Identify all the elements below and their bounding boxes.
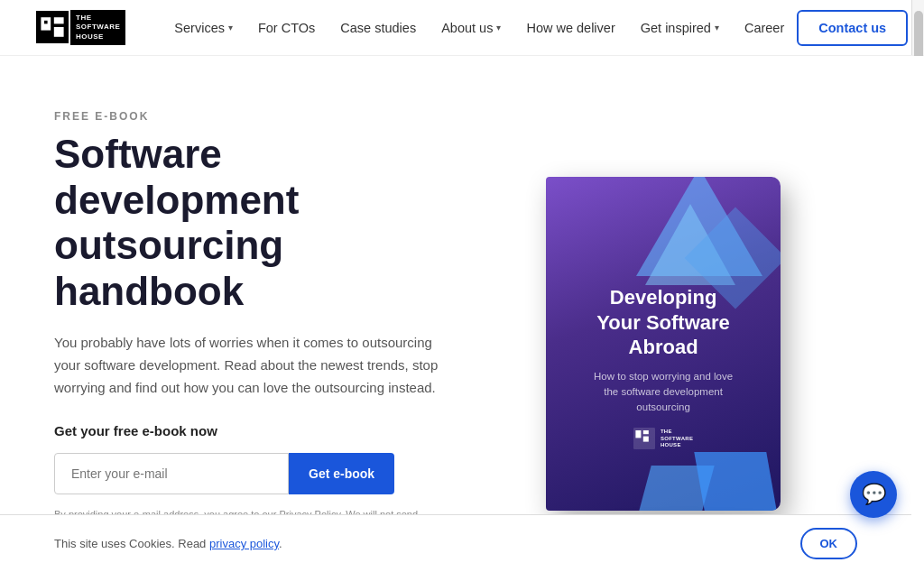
book-subtitle: How to stop worrying and lovethe softwar… (568, 369, 759, 416)
navbar: THESOFTWAREHOUSE Services ▾ For CTOs Cas… (0, 0, 924, 56)
svg-rect-8 (643, 437, 649, 442)
svg-rect-3 (54, 27, 64, 37)
email-form: Get e-book (54, 453, 457, 494)
logo-text: THESOFTWAREHOUSE (70, 10, 125, 45)
hero-content: FREE E-BOOK Software development outsour… (54, 110, 493, 572)
cookie-ok-button[interactable]: OK (800, 528, 858, 559)
chevron-down-icon: ▾ (496, 23, 501, 32)
nav-item-services[interactable]: Services ▾ (162, 21, 245, 35)
book-main-title: DevelopingYour SoftwareAbroad (568, 285, 759, 360)
nav-menu: Services ▾ For CTOs Case studies About u… (162, 21, 797, 35)
nav-item-for-ctos[interactable]: For CTOs (245, 21, 328, 35)
nav-item-get-inspired[interactable]: Get inspired ▾ (628, 21, 732, 35)
email-input[interactable] (54, 453, 289, 494)
book-cover: DevelopingYour SoftwareAbroad How to sto… (546, 177, 781, 511)
get-ebook-button[interactable]: Get e-book (289, 453, 394, 494)
privacy-policy-link[interactable]: privacy policy (209, 537, 279, 550)
book-logo: THESOFTWAREHOUSE (568, 428, 759, 449)
chat-button[interactable]: 💬 (850, 471, 897, 518)
svg-rect-4 (44, 21, 48, 24)
logo[interactable]: THESOFTWAREHOUSE (36, 10, 125, 45)
hero-title: Software development outsourcing handboo… (54, 132, 457, 314)
scrollbar[interactable] (911, 0, 924, 55)
book-container: DevelopingYour SoftwareAbroad How to sto… (493, 177, 852, 520)
cube-right (694, 452, 776, 511)
ebook-label: FREE E-BOOK (54, 110, 457, 123)
chat-icon: 💬 (862, 483, 886, 506)
nav-item-about-us[interactable]: About us ▾ (429, 21, 513, 35)
get-ebook-label: Get your free e-book now (54, 423, 457, 438)
svg-rect-6 (635, 430, 641, 438)
chevron-down-icon: ▾ (715, 23, 719, 32)
nav-item-career[interactable]: Career (732, 21, 797, 35)
nav-item-how-we-deliver[interactable]: How we deliver (513, 21, 627, 35)
svg-rect-7 (643, 430, 649, 434)
book-logo-icon (633, 428, 655, 449)
hero-description: You probably have lots of worries when i… (54, 332, 442, 399)
book-wrapper: DevelopingYour SoftwareAbroad How to sto… (546, 177, 799, 520)
book-title-area: DevelopingYour SoftwareAbroad How to sto… (568, 285, 759, 449)
chevron-down-icon: ▾ (228, 23, 233, 32)
cookie-text: This site uses Cookies. Read privacy pol… (54, 537, 282, 550)
contact-us-button[interactable]: Contact us (797, 10, 908, 46)
svg-rect-2 (54, 18, 64, 24)
nav-item-case-studies[interactable]: Case studies (328, 21, 429, 35)
book-logo-text: THESOFTWAREHOUSE (661, 429, 693, 449)
hero-section: FREE E-BOOK Software development outsour… (0, 56, 924, 572)
cookie-banner: This site uses Cookies. Read privacy pol… (0, 514, 911, 572)
